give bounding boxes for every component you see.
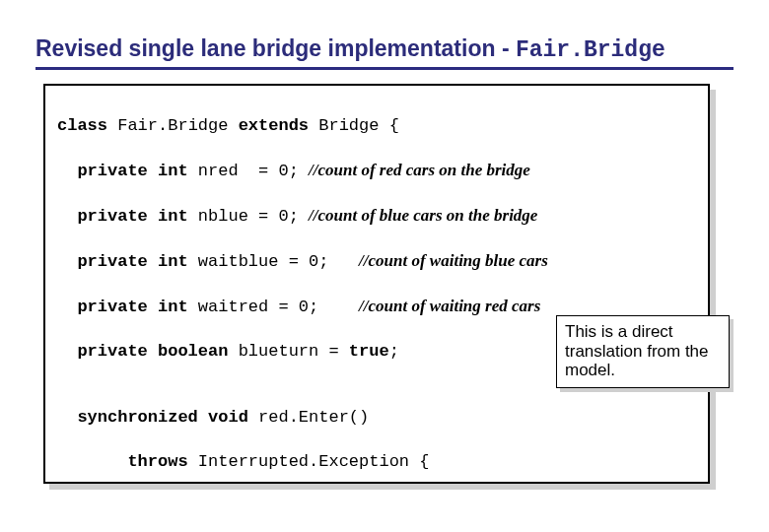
slide: Revised single lane bridge implementatio… bbox=[0, 0, 769, 532]
code-comment: //count of red cars on the bridge bbox=[309, 161, 530, 179]
code-content: class Fair.Bridge extends Bridge { priva… bbox=[43, 84, 710, 484]
kw-private-int: private int bbox=[57, 252, 188, 271]
title-classname: Fair.Bridge bbox=[516, 37, 665, 63]
kw-private-boolean: private boolean bbox=[57, 342, 228, 361]
title-text: Revised single lane bridge implementatio… bbox=[35, 35, 516, 61]
code-comment: //count of waiting blue cars bbox=[359, 251, 548, 270]
callout-box: This is a direct translation from the mo… bbox=[556, 315, 730, 388]
kw-throws: throws bbox=[57, 452, 198, 471]
code-text: ; bbox=[389, 342, 399, 361]
code-text: waitblue = 0; bbox=[188, 252, 359, 271]
kw-true: true bbox=[349, 342, 389, 361]
code-box: class Fair.Bridge extends Bridge { priva… bbox=[43, 84, 710, 484]
code-text: Interrupted.Exception { bbox=[198, 452, 430, 471]
code-text: Bridge { bbox=[309, 116, 399, 135]
kw-class: class bbox=[57, 116, 107, 135]
kw-sync-void: synchronized void bbox=[57, 408, 248, 427]
title-divider bbox=[35, 67, 734, 70]
code-comment: //count of waiting red cars bbox=[359, 297, 540, 315]
callout-text: This is a direct translation from the mo… bbox=[556, 315, 730, 388]
code-text: Fair.Bridge bbox=[107, 116, 239, 135]
kw-extends: extends bbox=[239, 116, 309, 135]
code-text: red.Enter() bbox=[248, 408, 369, 427]
kw-private-int: private int bbox=[57, 298, 188, 316]
code-text: blueturn = bbox=[228, 342, 348, 361]
kw-private-int: private int bbox=[57, 162, 188, 180]
code-text: waitred = 0; bbox=[188, 298, 359, 316]
code-text: nred = 0; bbox=[188, 162, 309, 180]
kw-private-int: private int bbox=[57, 207, 188, 226]
code-comment: //count of blue cars on the bridge bbox=[309, 206, 537, 225]
code-text: nblue = 0; bbox=[188, 207, 309, 226]
slide-title: Revised single lane bridge implementatio… bbox=[35, 35, 734, 63]
